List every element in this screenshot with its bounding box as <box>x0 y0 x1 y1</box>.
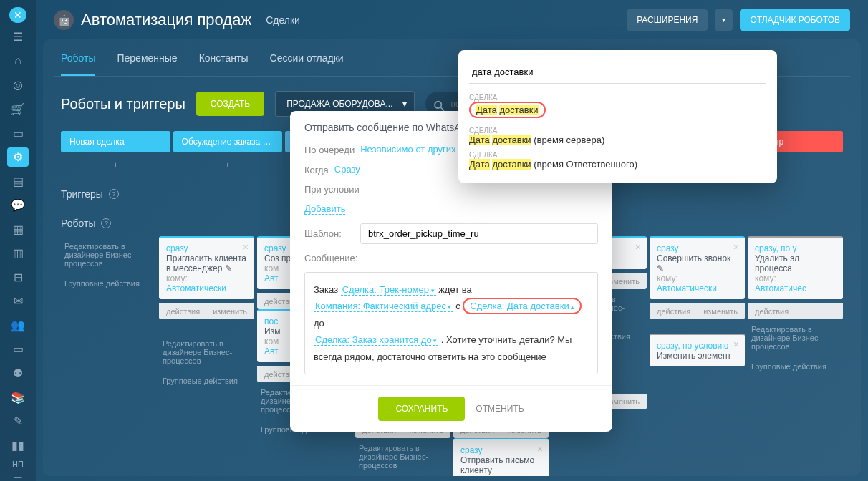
debug-robots-button[interactable]: ОТЛАДЧИК РОБОТОВ <box>740 9 850 31</box>
extensions-caret-button[interactable]: ▾ <box>715 9 733 31</box>
stage-discussion[interactable]: Обсуждение заказа в ... <box>173 131 283 152</box>
robot-card[interactable]: × сразу Пригласить клиента в мессенджер … <box>159 236 254 299</box>
mail-icon[interactable]: ✉ <box>7 291 29 311</box>
group-actions-link[interactable]: Групповые действия <box>159 371 254 391</box>
calendar-icon[interactable]: ▦ <box>7 219 29 239</box>
extensions-button[interactable]: РАСШИРЕНИЯ <box>627 9 708 31</box>
box-icon[interactable]: ▭ <box>7 123 29 143</box>
robot-footer: действияизменить <box>159 303 254 319</box>
doc-icon[interactable]: ▤ <box>7 171 29 191</box>
chip-company-address[interactable]: Компания: Фактический адрес <box>314 301 453 312</box>
robots-label: Роботы <box>61 218 95 229</box>
close-icon[interactable]: ✕ <box>9 7 26 23</box>
edit-bp-link[interactable]: Редактировать в дизайнере Бизнес-процесс… <box>61 236 156 273</box>
robot-who: Автоматически <box>166 283 247 293</box>
message-label: Сообщение: <box>304 253 357 263</box>
popup-search-input[interactable] <box>469 61 766 84</box>
people-icon[interactable]: 👥 <box>7 316 29 336</box>
header: 🤖 Автоматизация продаж Сделки РАСШИРЕНИЯ… <box>36 0 868 39</box>
chip-track-number[interactable]: Сделка: Трек-номер <box>341 284 436 296</box>
close-icon[interactable]: × <box>537 443 543 455</box>
when-label: Когда <box>304 165 329 175</box>
triggers-label: Триггеры <box>61 188 103 200</box>
page-title: Автоматизация продаж <box>81 11 251 29</box>
left-sidebar: ✕ ☰ ⌂ ◎ 🛒 ▭ ⚙ ▤ 💬 ▦ ▥ ⊟ ✉ 👥 ▭ ⚉ 📚 ✎ ▮▮ Н… <box>0 0 36 481</box>
chat-icon[interactable]: 💬 <box>7 195 29 215</box>
card-icon[interactable]: ▭ <box>7 339 29 359</box>
pencil-icon[interactable]: ✎ <box>7 412 29 432</box>
drawer-icon[interactable]: ⊟ <box>7 268 29 288</box>
chip-stored-until[interactable]: Сделка: Заказ хранится до <box>314 334 438 346</box>
add-stage-button[interactable]: + <box>61 156 170 174</box>
page-icon[interactable]: ▥ <box>7 243 29 263</box>
robot-title: Пригласить клиента в мессенджер ✎ <box>166 253 247 273</box>
tab-constants[interactable]: Константы <box>199 52 249 76</box>
home-icon[interactable]: ⌂ <box>7 52 29 72</box>
edit-link[interactable]: изменить <box>213 307 247 316</box>
robot-card[interactable]: × сразу Совершить звонок ✎ кому: Автомат… <box>650 236 745 299</box>
book-icon[interactable]: 📚 <box>7 387 29 407</box>
add-condition-link[interactable]: Добавить <box>304 203 345 215</box>
section-title: Роботы и триггеры <box>61 96 185 112</box>
when-value[interactable]: Сразу <box>334 164 360 175</box>
popup-option-delivery-date-responsible[interactable]: Дата доставки (время Ответственного) <box>469 159 766 170</box>
robot-icon[interactable]: ⚉ <box>7 364 29 384</box>
modal-title: Отправить сообщение по WhatsApp <box>304 122 472 133</box>
stage-new-deal[interactable]: Новая сделка <box>61 131 170 152</box>
message-textarea[interactable]: Заказ Сделка: Трек-номер ждет ва Компани… <box>304 272 598 374</box>
flow-icon[interactable]: ⚙ <box>7 147 29 167</box>
target-icon[interactable]: ◎ <box>7 75 29 95</box>
popup-category: СДЕЛКА <box>469 127 766 135</box>
sidebar-text-np[interactable]: НП <box>12 460 24 468</box>
edit-bp-link[interactable]: Редактировать в дизайнере Бизнес-процесс… <box>159 334 254 371</box>
add-stage-button[interactable]: + <box>173 156 283 174</box>
create-button[interactable]: СОЗДАТЬ <box>196 92 264 116</box>
field-picker-popup: СДЕЛКА Дата доставки СДЕЛКА Дата доставк… <box>458 50 777 183</box>
tab-robots[interactable]: Роботы <box>61 52 95 76</box>
popup-option-delivery-date[interactable]: Дата доставки <box>469 102 546 118</box>
template-input[interactable] <box>360 223 598 244</box>
chart-icon[interactable]: ▮▮ <box>7 435 29 455</box>
robot-head-icon: 🤖 <box>54 10 74 30</box>
robot-card[interactable]: сразу, по у Удалить эл процесса кому: Ав… <box>748 236 843 299</box>
sidebar-text-dash[interactable]: — <box>14 472 22 481</box>
filter-icon[interactable]: ☰ <box>7 27 29 47</box>
condition-label: При условии <box>304 184 360 195</box>
template-label: Шаблон: <box>304 228 355 239</box>
robot-card[interactable]: × сразу, по условию Изменить элемент <box>650 334 745 366</box>
save-button[interactable]: СОХРАНИТЬ <box>378 397 465 421</box>
page-subtitle[interactable]: Сделки <box>266 14 300 26</box>
popup-category: СДЕЛКА <box>469 151 766 159</box>
info-icon[interactable]: ? <box>101 218 111 228</box>
popup-option-delivery-date-server[interactable]: Дата доставки (время сервера) <box>469 135 766 145</box>
tab-variables[interactable]: Переменные <box>117 52 177 76</box>
cancel-button[interactable]: ОТМЕНИТЬ <box>476 404 524 414</box>
queue-label: По очереди <box>304 145 355 155</box>
robot-card[interactable]: × сразу Отправить письмо клиенту <box>453 438 549 476</box>
info-icon[interactable]: ? <box>109 189 119 199</box>
close-icon[interactable]: × <box>243 241 249 253</box>
cart-icon[interactable]: 🛒 <box>7 99 29 120</box>
robot-to: кому: <box>166 273 247 283</box>
group-actions-link[interactable]: Групповые действия <box>61 273 156 293</box>
chip-delivery-date[interactable]: Сделка: Дата доставки <box>463 298 582 314</box>
popup-category: СДЕЛКА <box>469 94 766 102</box>
robot-trigger: сразу <box>166 243 247 253</box>
tab-debug-sessions[interactable]: Сессии отладки <box>270 52 344 76</box>
